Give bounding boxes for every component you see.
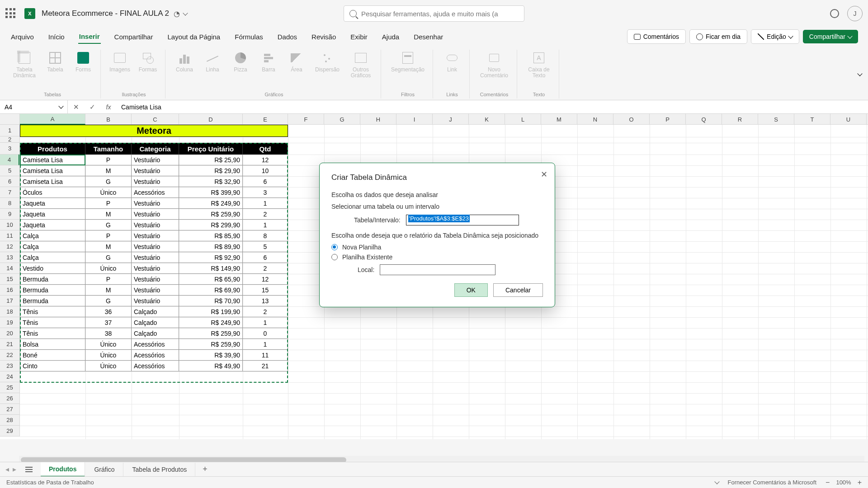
- range-label: Tabela/Intervalo:: [354, 216, 401, 224]
- create-pivot-dialog: Criar Tabela Dinâmica ✕ Escolha os dados…: [319, 163, 555, 307]
- cancel-button[interactable]: Cancelar: [493, 283, 543, 297]
- ok-button[interactable]: OK: [454, 283, 488, 297]
- dialog-backdrop: Criar Tabela Dinâmica ✕ Escolha os dados…: [0, 0, 868, 488]
- local-input[interactable]: [380, 264, 495, 275]
- local-label: Local:: [358, 266, 374, 273]
- dialog-position-label: Escolha onde deseja que o relatório da T…: [331, 232, 543, 239]
- close-icon[interactable]: ✕: [541, 169, 547, 179]
- dialog-select-label: Selecionar uma tabela ou um intervalo: [331, 203, 543, 210]
- range-input[interactable]: 'Produtos'!$A$3:$E$23: [406, 215, 519, 225]
- radio-icon: [331, 254, 338, 260]
- dialog-analyze-label: Escolha os dados que deseja analisar: [331, 191, 543, 198]
- dialog-title: Criar Tabela Dinâmica: [331, 173, 543, 182]
- radio-existing-sheet[interactable]: Planilha Existente: [331, 253, 543, 261]
- radio-new-sheet[interactable]: Nova Planilha: [331, 244, 543, 251]
- radio-icon: [331, 244, 338, 250]
